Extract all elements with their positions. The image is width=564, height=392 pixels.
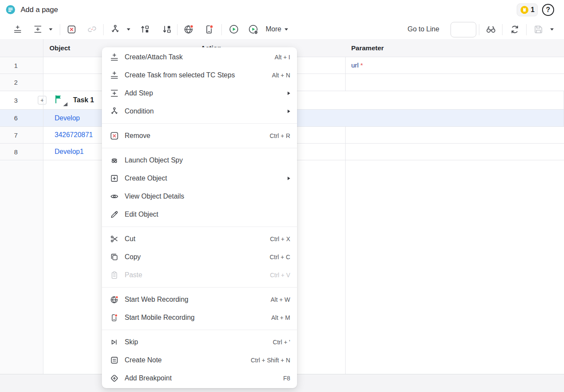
gutter-divider (43, 39, 43, 374)
submenu-arrow-icon (288, 92, 290, 95)
goto-line-label: Go to Line (408, 21, 439, 38)
create-attach-task-icon (110, 52, 119, 62)
menu-item-launch-object-spy[interactable]: Launch Object Spy (102, 151, 297, 169)
paste-icon (110, 270, 119, 280)
web-record-icon (110, 295, 119, 304)
chevron-down-icon (285, 28, 288, 31)
play-icon (228, 24, 239, 35)
submenu-arrow-icon (288, 177, 290, 180)
create-attach-task-icon (13, 24, 22, 34)
add-step-icon (33, 24, 43, 34)
condition-button[interactable] (108, 21, 123, 38)
add-step-button[interactable] (31, 21, 45, 38)
menu-separator (102, 287, 297, 288)
menu-separator (102, 123, 297, 124)
mobile-record-icon (110, 313, 119, 322)
mobile-record-icon (204, 24, 215, 35)
menu-item-condition[interactable]: Condition (102, 102, 297, 120)
pencil-icon (110, 210, 119, 219)
debug-run-button[interactable] (246, 21, 261, 38)
condition-icon (110, 24, 120, 34)
menu-item-paste[interactable]: Paste Ctrl + V (102, 266, 297, 284)
move-down-icon (162, 24, 172, 34)
row-number: 3 (10, 91, 21, 109)
help-button[interactable]: ? (542, 4, 554, 16)
menu-item-add-step[interactable]: Add Step (102, 84, 297, 102)
column-divider (345, 39, 346, 374)
chevron-down-icon (49, 28, 52, 31)
eye-icon (110, 192, 119, 201)
save-button[interactable] (531, 21, 546, 38)
create-task-from-steps-icon (110, 70, 119, 80)
save-dropdown[interactable] (549, 21, 555, 38)
save-icon (533, 24, 544, 35)
run-button[interactable] (227, 21, 241, 38)
object-link[interactable]: 3426720871 (55, 127, 93, 143)
menu-item-cut[interactable]: Cut Ctrl + X (102, 230, 297, 248)
binoculars-icon (485, 24, 497, 35)
menu-item-create-object[interactable]: Create Object (102, 169, 297, 187)
toolbar: More Go to Line (0, 20, 564, 40)
saved-items-icon (520, 6, 529, 14)
expand-task-button[interactable]: + (38, 96, 46, 104)
unlink-button[interactable] (85, 21, 99, 38)
menu-item-create-note[interactable]: Create Note Ctrl + Shift + N (102, 351, 297, 369)
broken-link-icon (87, 24, 97, 34)
move-down-button[interactable] (159, 21, 174, 38)
column-header-parameter[interactable]: Parameter (351, 39, 384, 57)
add-step-dropdown[interactable] (47, 21, 54, 38)
goto-line-input[interactable] (451, 22, 476, 37)
debug-play-icon (248, 24, 259, 35)
required-asterisk: * (360, 61, 363, 69)
toolbar-separator (177, 24, 178, 35)
badge-count: 1 (531, 6, 535, 14)
object-link[interactable]: Develop1 (55, 144, 84, 160)
task-expanded-caret[interactable] (63, 102, 67, 106)
web-record-icon (183, 24, 194, 35)
column-header-object[interactable]: Object (49, 39, 70, 57)
menu-item-start-mobile-recording[interactable]: Start Mobile Recording Alt + M (102, 309, 297, 327)
copy-icon (110, 252, 119, 262)
condition-icon (110, 107, 119, 116)
menu-item-skip[interactable]: Skip Ctrl + ' (102, 333, 297, 351)
toolbar-separator (103, 24, 104, 35)
menu-item-view-object-details[interactable]: View Object Details (102, 187, 297, 205)
menu-separator (102, 227, 297, 227)
context-menu: Create/Attach Task Alt + I Create Task f… (102, 47, 297, 388)
menu-item-create-task-from-steps[interactable]: Create Task from selected TC Steps Alt +… (102, 66, 297, 84)
object-spy-icon (110, 156, 119, 165)
mobile-recording-button[interactable] (202, 21, 217, 38)
parameter-url-link[interactable]: url (351, 61, 359, 69)
breakpoint-icon (110, 374, 119, 383)
row-number: 2 (10, 74, 21, 91)
scissors-icon (110, 234, 119, 244)
add-step-icon (110, 89, 119, 98)
find-button[interactable] (484, 21, 498, 38)
menu-item-edit-object[interactable]: Edit Object (102, 205, 297, 224)
task-name[interactable]: Task 1 (73, 91, 94, 109)
menu-item-copy[interactable]: Copy Ctrl + C (102, 248, 297, 266)
create-object-icon (110, 174, 119, 183)
create-attach-task-button[interactable] (10, 21, 25, 38)
more-label: More (266, 25, 281, 33)
menu-item-add-breakpoint[interactable]: Add Breakpoint F8 (102, 369, 297, 387)
more-button[interactable]: More (266, 21, 288, 38)
refresh-button[interactable] (507, 21, 522, 38)
row-number: 1 (10, 57, 21, 74)
row-number: 6 (10, 110, 21, 126)
remove-button[interactable] (64, 21, 79, 38)
toolbar-separator (221, 24, 222, 35)
unsaved-changes-badge[interactable]: 1 (517, 3, 538, 16)
move-up-button[interactable] (138, 21, 152, 38)
task-flag-icon (55, 95, 62, 104)
submenu-arrow-icon (288, 110, 290, 113)
menu-item-remove[interactable]: Remove Ctrl + R (102, 127, 297, 145)
menu-item-create-attach-task[interactable]: Create/Attach Task Alt + I (102, 48, 297, 66)
web-recording-button[interactable] (181, 21, 196, 38)
toolbar-separator (502, 24, 503, 35)
condition-dropdown[interactable] (125, 21, 132, 38)
toolbar-separator (60, 24, 60, 35)
object-link[interactable]: Develop (55, 110, 80, 126)
menu-item-start-web-recording[interactable]: Start Web Recording Alt + W (102, 291, 297, 309)
page-title: Add a page (21, 0, 58, 20)
